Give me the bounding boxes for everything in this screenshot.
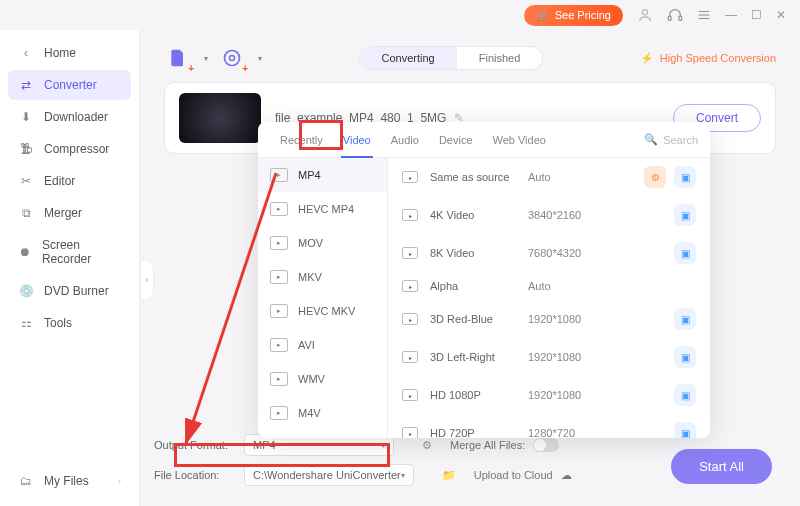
panel-tab-device[interactable]: Device <box>429 122 483 158</box>
sidebar-item-dvd-burner[interactable]: 💿DVD Burner <box>8 276 131 306</box>
play-icon: ▸ <box>402 351 418 363</box>
search-placeholder: Search <box>663 134 698 146</box>
resolution-size: 1280*720 <box>528 427 598 438</box>
nav-label: DVD Burner <box>44 284 109 298</box>
chevron-down-icon[interactable]: ▾ <box>204 54 208 63</box>
chevron-down-icon: ▾ <box>381 441 385 450</box>
resolution-item[interactable]: ▸4K Video3840*2160▣ <box>388 196 710 234</box>
resolution-size: 7680*4320 <box>528 247 598 259</box>
nav-label: Editor <box>44 174 75 188</box>
play-icon: ▸ <box>402 171 418 183</box>
format-item-hevc-mp4[interactable]: ▸HEVC MP4 <box>258 192 387 226</box>
sidebar-back[interactable]: ‹ Home <box>8 38 131 68</box>
resolution-item[interactable]: ▸HD 1080P1920*1080▣ <box>388 376 710 414</box>
format-item-mkv[interactable]: ▸MKV <box>258 260 387 294</box>
open-folder-icon[interactable]: 📁 <box>442 469 456 482</box>
see-pricing-button[interactable]: 🛒 See Pricing <box>524 5 623 26</box>
start-all-button[interactable]: Start All <box>671 449 772 484</box>
format-icon: ▸ <box>270 236 288 250</box>
play-icon: ▸ <box>402 209 418 221</box>
format-search[interactable]: 🔍 Search <box>644 133 698 146</box>
resolution-size: 1920*1080 <box>528 389 598 401</box>
sidebar-item-editor[interactable]: ✂Editor <box>8 166 131 196</box>
resolution-item[interactable]: ▸3D Left-Right1920*1080▣ <box>388 338 710 376</box>
format-item-wmv[interactable]: ▸WMV <box>258 362 387 396</box>
sidebar-item-screen-recorder[interactable]: ⏺Screen Recorder <box>8 230 131 274</box>
nav-label: Merger <box>44 206 82 220</box>
add-dvd-button[interactable]: + <box>218 44 246 72</box>
resolution-size: 3840*2160 <box>528 209 598 221</box>
titlebar: 🛒 See Pricing — ☐ ✕ <box>0 0 800 30</box>
panel-tab-audio[interactable]: Audio <box>381 122 429 158</box>
format-icon: ▸ <box>270 406 288 420</box>
file-location-dropdown[interactable]: C:\Wondershare UniConverter ▾ <box>244 464 414 486</box>
format-label: MOV <box>298 237 323 249</box>
preset-edit-icon[interactable]: ▣ <box>674 242 696 264</box>
sidebar-my-files[interactable]: 🗂 My Files › <box>8 466 131 496</box>
sidebar-item-compressor[interactable]: 🗜Compressor <box>8 134 131 164</box>
resolution-size: 1920*1080 <box>528 351 598 363</box>
panel-tab-video[interactable]: Video <box>333 122 381 158</box>
nav-icon: ⇄ <box>18 78 34 92</box>
chevron-down-icon[interactable]: ▾ <box>258 54 262 63</box>
see-pricing-label: See Pricing <box>555 9 611 21</box>
menu-icon[interactable] <box>697 8 711 22</box>
merge-all: Merge All Files: <box>450 438 559 452</box>
file-location-value: C:\Wondershare UniConverter <box>253 469 401 481</box>
format-item-hevc-mkv[interactable]: ▸HEVC MKV <box>258 294 387 328</box>
panel-tab-recently[interactable]: Recently <box>270 122 333 158</box>
merge-label: Merge All Files: <box>450 439 525 451</box>
plus-icon: + <box>242 63 248 74</box>
output-format-label: Output Format: <box>154 439 234 451</box>
format-item-mov[interactable]: ▸MOV <box>258 226 387 260</box>
tab-finished[interactable]: Finished <box>457 47 543 69</box>
close-icon[interactable]: ✕ <box>776 8 786 22</box>
tab-converting[interactable]: Converting <box>360 47 457 69</box>
high-speed-conversion[interactable]: ⚡ High Speed Conversion <box>640 52 776 65</box>
sidebar-collapse-handle[interactable]: ‹ <box>140 260 154 300</box>
resolution-item[interactable]: ▸HD 720P1280*720▣ <box>388 414 710 438</box>
merge-toggle[interactable] <box>533 438 559 452</box>
preset-edit-icon[interactable]: ▣ <box>674 308 696 330</box>
preset-edit-icon[interactable]: ▣ <box>674 422 696 438</box>
sidebar-item-tools[interactable]: ⚏Tools <box>8 308 131 338</box>
add-file-button[interactable]: + <box>164 44 192 72</box>
preset-settings-icon[interactable]: ⚙ <box>644 166 666 188</box>
chevron-down-icon: ▾ <box>401 471 405 480</box>
resolution-name: Alpha <box>430 280 516 292</box>
sidebar-item-converter[interactable]: ⇄Converter <box>8 70 131 100</box>
folder-icon: 🗂 <box>18 474 34 488</box>
headset-icon[interactable] <box>667 7 683 23</box>
svg-point-7 <box>230 56 235 61</box>
preset-edit-icon[interactable]: ▣ <box>674 346 696 368</box>
sidebar-item-downloader[interactable]: ⬇Downloader <box>8 102 131 132</box>
upload-cloud[interactable]: Upload to Cloud ☁ <box>474 469 572 482</box>
resolution-name: 4K Video <box>430 209 516 221</box>
resolution-size: Auto <box>528 280 598 292</box>
resolution-item[interactable]: ▸3D Red-Blue1920*1080▣ <box>388 300 710 338</box>
preset-edit-icon[interactable]: ▣ <box>674 384 696 406</box>
preset-edit-icon[interactable]: ▣ <box>674 166 696 188</box>
home-label: Home <box>44 46 76 60</box>
resolution-name: HD 1080P <box>430 389 516 401</box>
resolution-item[interactable]: ▸Same as sourceAuto⚙▣ <box>388 158 710 196</box>
nav-icon: ⚏ <box>18 316 34 330</box>
account-icon[interactable] <box>637 7 653 23</box>
format-item-avi[interactable]: ▸AVI <box>258 328 387 362</box>
format-item-mp4[interactable]: ▸MP4 <box>258 158 387 192</box>
gear-icon[interactable]: ⚙ <box>422 439 432 452</box>
nav-icon: ✂ <box>18 174 34 188</box>
nav-icon: ⧉ <box>18 206 34 220</box>
format-item-m4v[interactable]: ▸M4V <box>258 396 387 430</box>
sidebar-item-merger[interactable]: ⧉Merger <box>8 198 131 228</box>
preset-edit-icon[interactable]: ▣ <box>674 204 696 226</box>
minimize-icon[interactable]: — <box>725 8 737 22</box>
resolution-item[interactable]: ▸8K Video7680*4320▣ <box>388 234 710 272</box>
output-format-value: MP4 <box>253 439 276 451</box>
panel-tab-web-video[interactable]: Web Video <box>483 122 556 158</box>
maximize-icon[interactable]: ☐ <box>751 8 762 22</box>
resolution-name: Same as source <box>430 171 516 183</box>
resolution-item[interactable]: ▸AlphaAuto <box>388 272 710 300</box>
video-thumbnail[interactable] <box>179 93 261 143</box>
sidebar: ‹ Home ⇄Converter⬇Downloader🗜Compressor✂… <box>0 30 140 506</box>
